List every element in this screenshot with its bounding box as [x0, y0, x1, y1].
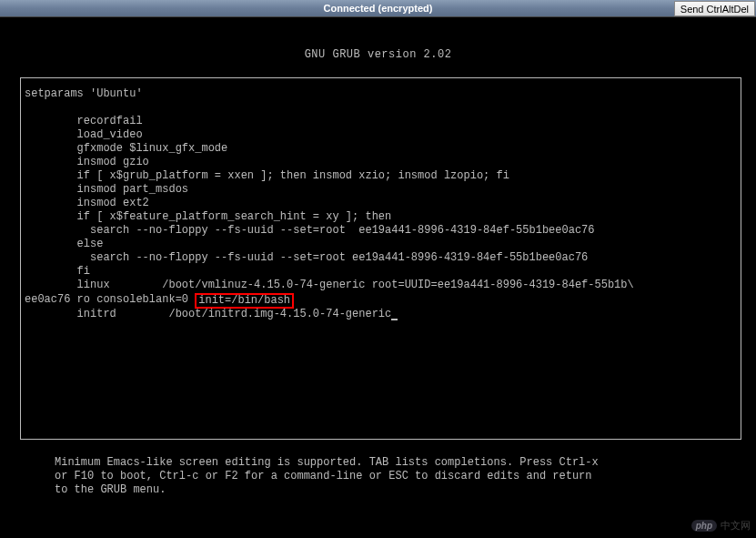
editor-line: gfxmode $linux_gfx_mode [25, 142, 227, 155]
terminal-screen: GNU GRUB version 2.02 setparams 'Ubuntu'… [0, 17, 756, 538]
editor-line: search --no-floppy --fs-uuid --set=root … [25, 224, 595, 237]
grub-help-text: Minimum Emacs-like screen editing is sup… [55, 456, 736, 497]
editor-line: linux /boot/vmlinuz-4.15.0-74-generic ro… [25, 279, 634, 291]
editor-line: search --no-floppy --fs-uuid --set=root … [25, 251, 588, 264]
editor-line: else [25, 238, 103, 250]
editor-line: if [ x$grub_platform = xxen ]; then insm… [25, 169, 509, 182]
grub-editor-box[interactable]: setparams 'Ubuntu' recordfail load_video… [20, 77, 741, 440]
editor-line: ee0ac76 ro consoleblank=0 [25, 293, 195, 306]
grub-header: GNU GRUB version 2.02 [11, 48, 745, 61]
editor-line: recordfail [25, 115, 143, 127]
editor-line: setparams 'Ubuntu' [25, 87, 143, 100]
send-ctrl-alt-del-button[interactable]: Send CtrlAltDel [674, 1, 755, 16]
vnc-title-bar: Connected (encrypted) Send CtrlAltDel [0, 0, 756, 17]
editor-line: load_video [25, 128, 143, 141]
text-cursor [391, 319, 398, 320]
editor-line: initrd /boot/initrd.img-4.15.0-74-generi… [25, 308, 391, 320]
editor-line: insmod ext2 [25, 197, 149, 209]
editor-line: fi [25, 265, 90, 278]
watermark-badge: php [691, 520, 717, 532]
grub-editor-content[interactable]: setparams 'Ubuntu' recordfail load_video… [25, 87, 735, 321]
init-param-highlight: init=/bin/bash [195, 293, 294, 309]
editor-line: insmod gzio [25, 156, 149, 168]
connection-status: Connected (encrypted) [324, 3, 433, 14]
editor-line: insmod part_msdos [25, 183, 188, 196]
editor-line: if [ x$feature_platform_search_hint = xy… [25, 210, 391, 223]
watermark: php 中文网 [691, 519, 751, 533]
watermark-text: 中文网 [721, 519, 751, 533]
